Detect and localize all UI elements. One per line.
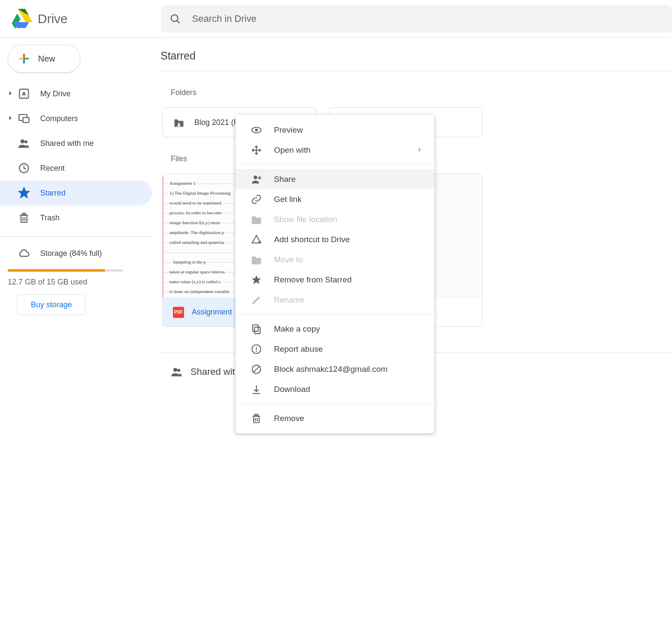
storage-bar bbox=[8, 269, 123, 272]
context-menu-item-block-ashmakc124-gmail-com[interactable]: Block ashmakc124@gmail.com bbox=[235, 359, 434, 379]
context-menu-separator bbox=[235, 403, 434, 404]
svg-point-25 bbox=[177, 369, 180, 372]
context-menu-separator bbox=[235, 314, 434, 314]
svg-point-30 bbox=[254, 175, 258, 179]
context-menu-item-label: Make a copy bbox=[274, 324, 320, 334]
context-menu-item-open-with[interactable]: Open with bbox=[235, 140, 434, 160]
cloud-icon bbox=[18, 247, 30, 259]
context-menu-item-get-link[interactable]: Get link bbox=[235, 189, 434, 209]
sidebar-item-computers[interactable]: Computers bbox=[0, 106, 152, 131]
mydrive-icon bbox=[18, 88, 30, 100]
page-title: Starred bbox=[161, 50, 672, 71]
context-menu-item-label: Download bbox=[274, 385, 310, 394]
context-menu-item-label: Block ashmakc124@gmail.com bbox=[274, 365, 387, 374]
svg-point-15 bbox=[24, 140, 27, 143]
svg-rect-38 bbox=[255, 327, 260, 333]
report-icon bbox=[251, 344, 262, 355]
sidebar-item-shared-with-me[interactable]: Shared with me bbox=[0, 131, 152, 156]
context-menu-item-label: Remove bbox=[274, 414, 304, 423]
trash-icon bbox=[251, 413, 262, 424]
context-menu-item-make-a-copy[interactable]: Make a copy bbox=[235, 319, 434, 339]
logo-area[interactable]: Drive bbox=[0, 9, 161, 29]
context-menu-item-share[interactable]: Share bbox=[235, 169, 434, 189]
moveto-icon bbox=[251, 254, 262, 265]
folders-section-label: Folders bbox=[171, 88, 672, 97]
context-menu-item-label: Add shortcut to Drive bbox=[274, 235, 350, 244]
context-menu-item-label: Preview bbox=[274, 125, 303, 135]
storage-bar-fill bbox=[8, 269, 105, 272]
search-icon bbox=[169, 13, 181, 25]
download-icon bbox=[251, 384, 262, 395]
link-icon bbox=[251, 194, 262, 205]
app-name: Drive bbox=[38, 12, 68, 26]
svg-marker-17 bbox=[19, 188, 29, 197]
context-menu-item-label: Move to bbox=[274, 255, 303, 264]
svg-rect-47 bbox=[254, 416, 259, 422]
svg-marker-8 bbox=[9, 91, 12, 95]
context-menu-separator bbox=[235, 164, 434, 165]
svg-rect-39 bbox=[253, 325, 258, 331]
plus-icon bbox=[17, 51, 31, 66]
personadd-icon bbox=[251, 174, 262, 185]
context-menu-item-download[interactable]: Download bbox=[235, 379, 434, 399]
expand-arrow-icon bbox=[8, 89, 14, 98]
context-menu-item-remove[interactable]: Remove bbox=[235, 408, 434, 428]
context-menu-item-label: Rename bbox=[274, 295, 305, 305]
sidebar-item-label: Trash bbox=[40, 214, 59, 222]
new-button-label: New bbox=[38, 54, 55, 64]
svg-point-2 bbox=[171, 15, 178, 21]
svg-rect-22 bbox=[23, 214, 26, 215]
sidebar-item-my-drive[interactable]: My Drive bbox=[0, 81, 152, 106]
sidebar-item-label: Recent bbox=[40, 164, 65, 173]
context-menu-item-rename: Rename bbox=[235, 290, 434, 310]
sidebar-nav: My DriveComputersShared with meRecentSta… bbox=[0, 81, 152, 230]
sidebar-item-starred[interactable]: Starred bbox=[0, 181, 152, 205]
star-icon bbox=[18, 187, 30, 199]
sidebar-item-trash[interactable]: Trash bbox=[0, 205, 152, 230]
context-menu-item-label: Share bbox=[274, 175, 296, 184]
folderoutline-icon bbox=[251, 214, 262, 225]
svg-rect-51 bbox=[255, 414, 258, 415]
sidebar-item-label: My Drive bbox=[40, 89, 71, 98]
block-icon bbox=[251, 364, 262, 375]
svg-point-24 bbox=[173, 368, 177, 372]
buy-storage-label: Buy storage bbox=[31, 300, 72, 309]
svg-marker-10 bbox=[22, 91, 26, 95]
svg-rect-18 bbox=[21, 215, 27, 222]
context-menu-item-label: Open with bbox=[274, 145, 311, 155]
shared-folder-icon bbox=[173, 116, 185, 128]
context-menu-item-label: Remove from Starred bbox=[274, 275, 352, 285]
svg-point-42 bbox=[256, 350, 257, 352]
sidebar-item-storage[interactable]: Storage (84% full) bbox=[0, 243, 152, 264]
context-menu-item-show-file-location: Show file location bbox=[235, 209, 434, 229]
context-menu-item-label: Report abuse bbox=[274, 344, 323, 354]
svg-point-27 bbox=[255, 128, 258, 131]
svg-line-44 bbox=[253, 366, 259, 372]
sidebar-item-label: Starred bbox=[40, 189, 65, 198]
storage-used-text: 12.7 GB of 15 GB used bbox=[8, 278, 152, 287]
context-menu-item-remove-from-starred[interactable]: Remove from Starred bbox=[235, 270, 434, 290]
context-menu-item-label: Get link bbox=[274, 195, 301, 204]
svg-marker-36 bbox=[252, 275, 261, 284]
pencil-icon bbox=[251, 294, 262, 306]
storage-label: Storage (84% full) bbox=[40, 249, 102, 258]
svg-marker-11 bbox=[9, 116, 12, 120]
context-menu-item-label: Show file location bbox=[274, 215, 337, 224]
search-input[interactable] bbox=[191, 13, 663, 25]
search-bar[interactable] bbox=[161, 5, 672, 33]
sidebar-item-label: Computers bbox=[40, 114, 78, 123]
sidebar: New My DriveComputersShared with meRecen… bbox=[0, 38, 152, 617]
context-menu-item-add-shortcut-to-drive[interactable]: Add shortcut to Drive bbox=[235, 229, 434, 249]
trash-icon bbox=[18, 212, 30, 224]
buy-storage-button[interactable]: Buy storage bbox=[17, 294, 86, 315]
copy-icon bbox=[251, 323, 262, 335]
openwith-icon bbox=[251, 145, 262, 156]
new-button[interactable]: New bbox=[8, 44, 80, 73]
context-menu-item-move-to: Move to bbox=[235, 249, 434, 270]
sidebar-item-recent[interactable]: Recent bbox=[0, 156, 152, 181]
context-menu-item-report-abuse[interactable]: Report abuse bbox=[235, 339, 434, 359]
svg-point-14 bbox=[21, 139, 24, 143]
file-name: Assignment bbox=[192, 308, 232, 317]
shortcut-icon bbox=[251, 234, 262, 245]
context-menu-item-preview[interactable]: Preview bbox=[235, 120, 434, 140]
